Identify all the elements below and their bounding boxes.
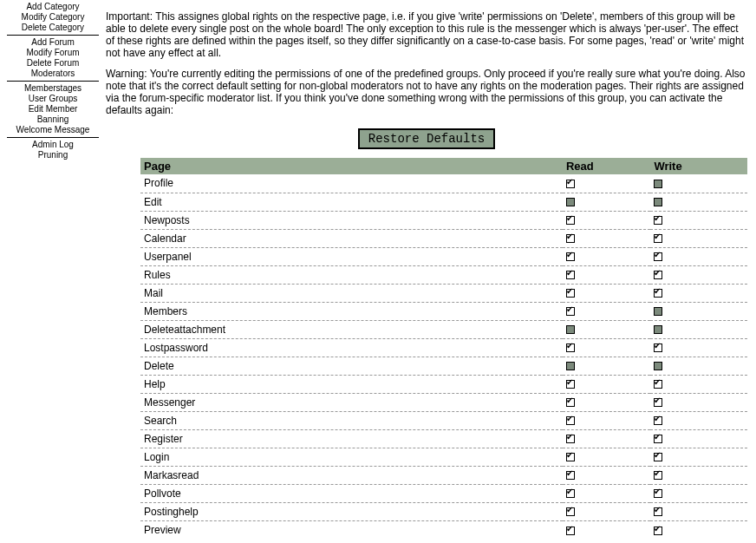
restore-defaults-button[interactable]: Restore Defaults: [358, 128, 495, 149]
write-checkbox[interactable]: [654, 216, 662, 225]
write-cell: [650, 502, 747, 520]
read-checkbox[interactable]: [566, 216, 575, 225]
write-checkbox[interactable]: [654, 416, 662, 425]
table-row: Rules: [140, 265, 747, 284]
read-checkbox[interactable]: [566, 343, 575, 352]
table-row: Newposts: [140, 211, 747, 229]
read-checkbox[interactable]: [566, 471, 575, 480]
table-row: Deleteattachment: [140, 320, 747, 338]
read-checkbox[interactable]: [566, 307, 575, 316]
table-row: Delete: [140, 357, 747, 375]
read-checkbox[interactable]: [566, 489, 575, 498]
write-checkbox[interactable]: [654, 180, 662, 188]
write-cell: [650, 320, 747, 338]
warning-notice: Warning: You're currently editing the pe…: [106, 68, 747, 116]
read-checkbox[interactable]: [566, 180, 575, 188]
sidebar-group: Add ForumModify ForumDelete ForumModerat…: [7, 37, 99, 82]
sidebar-group: Admin LogPruning: [7, 140, 99, 162]
page-cell: Lostpassword: [140, 338, 563, 357]
read-checkbox[interactable]: [566, 362, 575, 370]
write-checkbox[interactable]: [654, 289, 662, 298]
page-cell: Mail: [140, 284, 563, 302]
table-row: Login: [140, 448, 747, 466]
read-checkbox[interactable]: [566, 198, 575, 206]
write-checkbox[interactable]: [654, 198, 662, 206]
read-checkbox[interactable]: [566, 435, 575, 443]
read-cell: [563, 429, 650, 448]
write-checkbox[interactable]: [654, 343, 662, 352]
sidebar-link[interactable]: Add Forum: [7, 37, 99, 48]
read-checkbox[interactable]: [566, 271, 575, 279]
sidebar-group: Add CategoryModify CategoryDelete Catego…: [7, 2, 99, 36]
sidebar-link[interactable]: Delete Category: [7, 23, 99, 33]
write-checkbox[interactable]: [654, 380, 662, 389]
write-cell: [650, 448, 747, 466]
write-checkbox[interactable]: [654, 234, 662, 243]
read-checkbox[interactable]: [566, 325, 575, 334]
sidebar-link[interactable]: Add Category: [7, 2, 99, 12]
read-checkbox[interactable]: [566, 416, 575, 425]
page-cell: Members: [140, 302, 563, 320]
write-cell: [650, 193, 747, 211]
sidebar-link[interactable]: Admin Log: [7, 140, 99, 150]
sidebar-link[interactable]: Banning: [7, 114, 99, 125]
table-row: Help: [140, 375, 747, 393]
read-checkbox[interactable]: [566, 507, 575, 516]
page-cell: Deleteattachment: [140, 320, 563, 338]
read-checkbox[interactable]: [566, 453, 575, 461]
read-cell: [563, 174, 650, 193]
table-row: Pollvote: [140, 484, 747, 502]
sidebar-link[interactable]: Modify Forum: [7, 48, 99, 58]
page-cell: Rules: [140, 265, 563, 284]
read-cell: [563, 193, 650, 211]
write-checkbox[interactable]: [654, 471, 662, 480]
read-cell: [563, 357, 650, 375]
read-cell: [563, 229, 650, 247]
write-checkbox[interactable]: [654, 362, 662, 370]
table-row: Register: [140, 429, 747, 448]
th-read: Read: [563, 158, 650, 174]
write-cell: [650, 247, 747, 265]
write-checkbox[interactable]: [654, 252, 662, 261]
write-checkbox[interactable]: [654, 507, 662, 516]
read-checkbox[interactable]: [566, 398, 575, 407]
write-checkbox[interactable]: [654, 307, 662, 316]
sidebar-link[interactable]: Moderators: [7, 69, 99, 79]
sidebar-link[interactable]: User Groups: [7, 94, 99, 104]
table-row: Edit: [140, 193, 747, 211]
table-row: Userpanel: [140, 247, 747, 265]
sidebar-link[interactable]: Pruning: [7, 150, 99, 160]
read-cell: [563, 338, 650, 357]
sidebar-link[interactable]: Modify Category: [7, 12, 99, 23]
table-row: Lostpassword: [140, 338, 747, 357]
write-checkbox[interactable]: [654, 435, 662, 443]
page-cell: Markasread: [140, 466, 563, 484]
read-cell: [563, 520, 650, 539]
write-checkbox[interactable]: [654, 271, 662, 279]
read-cell: [563, 320, 650, 338]
write-checkbox[interactable]: [654, 398, 662, 407]
read-checkbox[interactable]: [566, 234, 575, 243]
write-checkbox[interactable]: [654, 325, 662, 334]
page-cell: Newposts: [140, 211, 563, 229]
page-cell: Pollvote: [140, 484, 563, 502]
write-checkbox[interactable]: [654, 453, 662, 461]
read-checkbox[interactable]: [566, 289, 575, 298]
sidebar-link[interactable]: Memberstages: [7, 83, 99, 94]
table-row: Markasread: [140, 466, 747, 484]
write-checkbox[interactable]: [654, 489, 662, 498]
read-checkbox[interactable]: [566, 380, 575, 389]
write-cell: [650, 229, 747, 247]
read-checkbox[interactable]: [566, 252, 575, 261]
read-cell: [563, 302, 650, 320]
read-cell: [563, 484, 650, 502]
write-cell: [650, 520, 747, 539]
sidebar-link[interactable]: Edit Member: [7, 104, 99, 114]
write-checkbox[interactable]: [654, 527, 662, 535]
read-cell: [563, 247, 650, 265]
read-checkbox[interactable]: [566, 527, 575, 535]
sidebar-link[interactable]: Welcome Message: [7, 125, 99, 135]
page-cell: Calendar: [140, 229, 563, 247]
sidebar-link[interactable]: Delete Forum: [7, 58, 99, 69]
read-cell: [563, 211, 650, 229]
